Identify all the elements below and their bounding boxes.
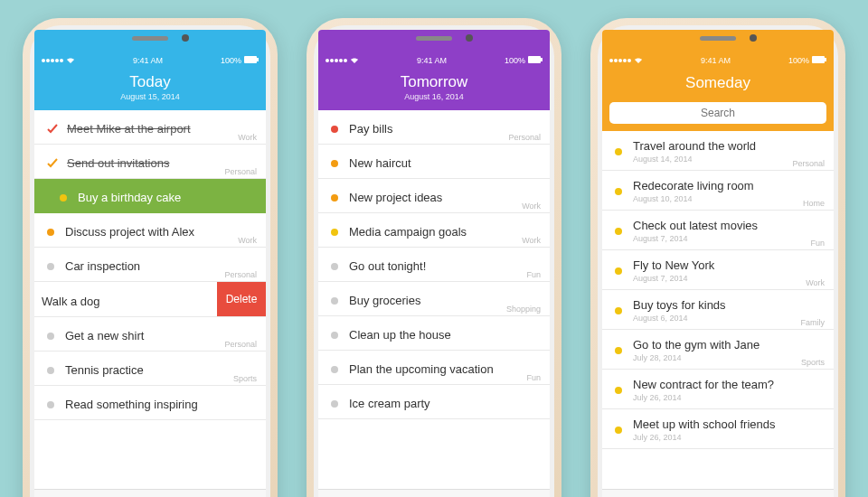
task-list[interactable]: Pay billsPersonal New haircut New projec…: [318, 110, 550, 489]
phone-someday: 9:41 AM 100% Someday: [590, 18, 845, 497]
priority-dot: [615, 228, 622, 235]
tab-today[interactable]: Today: [602, 490, 660, 497]
settings-button[interactable]: [327, 78, 347, 98]
delete-button[interactable]: Delete: [217, 282, 266, 316]
search-input[interactable]: [609, 102, 826, 124]
task-tag: Sports: [233, 374, 257, 383]
list-item[interactable]: New project ideasWork: [318, 179, 550, 213]
add-button[interactable]: [805, 73, 825, 93]
header-subtitle: August 15, 2014: [120, 92, 180, 101]
tab-calendar[interactable]: Calendar: [208, 490, 266, 497]
tab-tomorrow[interactable]: Tomorrow: [376, 490, 434, 497]
list-item[interactable]: Plan the upcoming vacationFun: [318, 351, 550, 385]
info-button[interactable]: [521, 78, 541, 98]
tab-tomorrow[interactable]: Tomorrow: [92, 490, 150, 497]
header: Someday: [602, 68, 834, 102]
tab-today[interactable]: Today: [318, 490, 376, 497]
list-item[interactable]: Fly to New YorkAugust 7, 2014Work: [602, 250, 834, 290]
task-text: Travel around the world: [633, 139, 825, 153]
tab-tomorrow[interactable]: Tomorrow: [660, 490, 718, 497]
task-list[interactable]: Travel around the worldAugust 14, 2014Pe…: [602, 131, 834, 489]
task-text: Check out latest movies: [633, 219, 825, 232]
list-item[interactable]: Clean up the house: [318, 316, 550, 351]
phone-camera: [750, 34, 757, 42]
search-bar: [602, 102, 834, 131]
tab-calendar[interactable]: Calendar: [776, 490, 834, 497]
status-time: 9:41 AM: [417, 56, 447, 65]
task-date: July 28, 2014: [633, 353, 825, 362]
checkmark-icon[interactable]: [47, 158, 58, 169]
status-bar: 9:41 AM 100%: [318, 52, 550, 68]
tab-bar: Today Tomorrow Someday Calendar: [318, 489, 550, 497]
header-title: Tomorrow: [401, 73, 468, 91]
status-time: 9:41 AM: [133, 56, 163, 65]
task-text: Read something inspiring: [65, 398, 257, 411]
tab-someday[interactable]: Someday: [718, 490, 776, 497]
list-item[interactable]: Read something inspiring: [34, 386, 266, 420]
list-item[interactable]: Car inspection Personal: [34, 248, 266, 282]
list-item[interactable]: Travel around the worldAugust 14, 2014Pe…: [602, 131, 834, 171]
list-item[interactable]: Send out invitations Personal: [34, 145, 266, 179]
task-text: Fly to New York: [633, 258, 825, 272]
list-item-active[interactable]: Buy a birthday cake: [34, 179, 266, 213]
phone-camera: [466, 34, 473, 42]
list-item[interactable]: Ice cream party: [318, 385, 550, 419]
list-item-swiped[interactable]: Walk a dog Delete: [34, 282, 266, 317]
tab-someday[interactable]: Someday: [434, 490, 492, 497]
task-tag: Personal: [224, 340, 257, 349]
task-text: Redecorate living room: [633, 179, 825, 192]
task-list[interactable]: Meet Mike at the airport Work Send out i…: [34, 110, 266, 489]
settings-button[interactable]: [43, 78, 63, 98]
wifi-icon: [350, 56, 359, 65]
task-text: New haircut: [349, 156, 541, 170]
list-item[interactable]: Pay billsPersonal: [318, 110, 550, 145]
task-text: Meet up with school friends: [633, 417, 825, 431]
task-text: Meet Mike at the airport: [67, 122, 257, 136]
list-item[interactable]: Go out tonight!Fun: [318, 248, 550, 282]
priority-dot: [331, 126, 338, 133]
info-button[interactable]: [237, 78, 257, 98]
priority-dot: [615, 307, 622, 314]
task-date: August 10, 2014: [633, 194, 825, 203]
priority-dot: [47, 229, 54, 236]
status-bar: 9:41 AM 100%: [602, 52, 834, 68]
priority-dot: [47, 333, 54, 340]
task-text: Clean up the house: [349, 328, 541, 342]
list-item[interactable]: Check out latest moviesAugust 7, 2014Fun: [602, 211, 834, 250]
list-item[interactable]: Buy toys for kindsAugust 6, 2014Family: [602, 290, 834, 330]
list-item[interactable]: New haircut: [318, 145, 550, 179]
task-tag: Personal: [792, 159, 825, 168]
list-item[interactable]: Meet Mike at the airport Work: [34, 110, 266, 145]
tab-bar: 15 Today Tomorrow Someday Calendar: [34, 489, 266, 497]
settings-button[interactable]: [611, 73, 631, 93]
priority-dot: [331, 332, 338, 339]
list-item[interactable]: Tennis practice Sports: [34, 352, 266, 386]
task-tag: Fun: [526, 373, 541, 382]
task-text: Plan the upcoming vacation: [349, 362, 541, 376]
list-item[interactable]: Meet up with school friendsJuly 26, 2014: [602, 409, 834, 449]
signal-icon: [326, 59, 347, 62]
task-text: Go to the gym with Jane: [633, 338, 825, 352]
list-item[interactable]: Go to the gym with JaneJuly 28, 2014Spor…: [602, 330, 834, 370]
tab-today[interactable]: 15 Today: [34, 490, 92, 497]
list-item[interactable]: Get a new shirt Personal: [34, 317, 266, 352]
tab-someday[interactable]: Someday: [150, 490, 208, 497]
task-tag: Personal: [224, 167, 257, 176]
checkmark-icon[interactable]: [47, 124, 58, 135]
list-item[interactable]: Redecorate living roomAugust 10, 2014Hom…: [602, 171, 834, 211]
priority-dot: [47, 367, 54, 374]
tab-calendar[interactable]: Calendar: [492, 490, 550, 497]
wifi-icon: [634, 56, 643, 65]
header-title: Today: [120, 73, 180, 91]
list-item[interactable]: New contract for the team?July 26, 2014: [602, 370, 834, 409]
task-tag: Fun: [810, 239, 825, 248]
task-text: Ice cream party: [349, 397, 541, 410]
priority-dot: [615, 387, 622, 394]
list-item[interactable]: Buy groceriesShopping: [318, 282, 550, 316]
svg-rect-0: [244, 56, 257, 63]
list-item[interactable]: Discuss project with Alex Work: [34, 213, 266, 248]
priority-dot: [615, 347, 622, 354]
wifi-icon: [66, 56, 75, 65]
task-text: New contract for the team?: [633, 378, 825, 391]
list-item[interactable]: Media campaign goalsWork: [318, 213, 550, 248]
